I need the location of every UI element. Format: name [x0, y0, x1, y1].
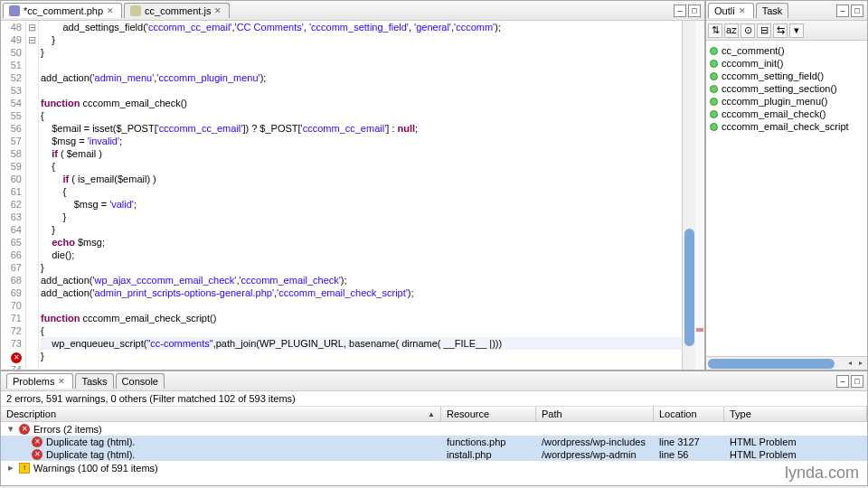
code-line[interactable] — [41, 299, 682, 312]
error-icon[interactable]: ✕ — [11, 352, 22, 363]
code-line[interactable]: } — [41, 223, 682, 236]
problem-row[interactable]: ✕Duplicate tag (html).functions.php/word… — [1, 436, 867, 448]
menu-icon[interactable]: ▾ — [789, 23, 804, 38]
column-resource[interactable]: Resource — [441, 407, 536, 421]
code-line[interactable]: $email = isset($_POST['cccomm_cc_email']… — [41, 122, 682, 135]
filter-icon[interactable]: ⊙ — [741, 23, 755, 38]
code-line[interactable]: if ( $email ) — [41, 147, 682, 160]
sort-az-icon[interactable]: aᴢ — [724, 23, 739, 38]
scroll-right-icon[interactable]: ▸ — [855, 359, 865, 369]
scroll-left-icon[interactable]: ◂ — [844, 359, 854, 369]
code-line[interactable]: function cccomm_email_check() — [41, 97, 682, 109]
code-line[interactable]: $msg = 'valid'; — [41, 198, 682, 211]
outline-item[interactable]: cccomm_setting_section() — [708, 82, 865, 95]
code-line[interactable]: { — [41, 324, 682, 337]
code-line[interactable]: add_settings_field('cccomm_cc_email','CC… — [41, 21, 682, 33]
overview-ruler[interactable] — [695, 21, 704, 370]
warnings-group-label[interactable]: Warnings (100 of 591 items) — [33, 463, 158, 474]
php-file-icon — [9, 5, 20, 16]
outline-item[interactable]: cccomm_email_check() — [708, 108, 865, 120]
problem-description: Duplicate tag (html). — [46, 436, 135, 447]
code-line[interactable]: } — [41, 33, 682, 46]
code-line[interactable] — [41, 59, 682, 71]
code-line[interactable]: echo $msg; — [41, 236, 682, 249]
close-icon[interactable]: ✕ — [58, 377, 67, 386]
code-line[interactable]: wp_enqueueu_script("cc-comments",path_jo… — [41, 337, 682, 350]
code-line[interactable]: if ( is_email($email) ) — [41, 173, 682, 185]
sort-icon[interactable]: ⇅ — [708, 23, 722, 38]
task-tab-label: Task — [762, 5, 783, 16]
vertical-scrollbar[interactable] — [682, 21, 695, 370]
bottom-tabs-bar: Problems✕TasksConsole – □ — [1, 371, 867, 391]
outline-item[interactable]: cccomm_init() — [708, 57, 865, 70]
code-line[interactable]: } — [41, 261, 682, 274]
collapse-icon[interactable]: ⊟ — [757, 23, 771, 38]
fold-toggle[interactable]: ⊟ — [26, 21, 38, 33]
warning-icon: ! — [19, 463, 30, 474]
minimize-button[interactable]: – — [674, 5, 686, 17]
editor-tab[interactable]: *cc_comment.php✕ — [3, 3, 122, 18]
code-line[interactable]: { — [41, 109, 682, 122]
scroll-thumb[interactable] — [684, 229, 694, 346]
code-line[interactable]: } — [41, 211, 682, 223]
code-line[interactable] — [41, 84, 682, 97]
function-icon — [710, 98, 718, 106]
code-line[interactable]: add_action('wp_ajax_cccomm_email_check',… — [41, 274, 682, 286]
tasks-tab[interactable]: Tasks — [75, 373, 113, 389]
close-icon[interactable]: ✕ — [214, 6, 223, 15]
error-marker[interactable] — [696, 328, 703, 332]
code-line[interactable]: add_action('admin_print_scripts-options-… — [41, 286, 682, 299]
task-tab[interactable]: Task — [756, 3, 789, 18]
minimize-button[interactable]: – — [836, 375, 849, 388]
code-line[interactable]: } — [41, 46, 682, 59]
filter-message: 2 errors, 591 warnings, 0 others (Filter… — [1, 391, 867, 407]
close-icon[interactable]: ✕ — [739, 6, 748, 15]
function-icon — [710, 110, 718, 118]
problems-body: ▾✕Errors (2 items)✕Duplicate tag (html).… — [1, 422, 867, 474]
problem-resource: functions.php — [441, 436, 536, 448]
code-editor[interactable]: add_settings_field('cccomm_cc_email','CC… — [39, 21, 682, 370]
outline-item[interactable]: cccomm_email_check_script — [708, 120, 865, 133]
fold-column[interactable]: ⊟⊟ — [26, 21, 39, 370]
column-path[interactable]: Path — [536, 407, 654, 421]
horizontal-scrollbar[interactable]: ◂ ▸ — [706, 356, 867, 370]
minimize-button[interactable]: – — [836, 5, 849, 17]
fold-toggle[interactable]: ⊟ — [26, 33, 38, 46]
code-line[interactable]: } — [41, 350, 682, 362]
code-line[interactable] — [41, 362, 682, 370]
function-icon — [710, 72, 718, 80]
outline-list: cc_comment()cccomm_init()cccomm_setting_… — [706, 41, 867, 356]
error-icon: ✕ — [32, 449, 42, 460]
code-line[interactable]: { — [41, 160, 682, 173]
problem-type: HTML Problem — [724, 436, 867, 448]
problem-location: line 56 — [654, 448, 724, 461]
outline-tab[interactable]: Outli ✕ — [708, 3, 754, 18]
code-line[interactable]: die(); — [41, 249, 682, 261]
link-icon[interactable]: ⇆ — [773, 23, 788, 38]
close-icon[interactable]: ✕ — [107, 6, 116, 15]
expand-icon[interactable]: ▸ — [6, 462, 15, 474]
column-location[interactable]: Location — [654, 407, 724, 421]
editor-tab[interactable]: cc_comment.js✕ — [124, 3, 230, 18]
console-tab[interactable]: Console — [116, 373, 165, 389]
editor-pane: *cc_comment.php✕cc_comment.js✕ – □ 48495… — [0, 0, 705, 371]
column-description[interactable]: Description▲ — [1, 407, 441, 421]
maximize-button[interactable]: □ — [688, 5, 701, 17]
problem-row[interactable]: ✕Duplicate tag (html).install.php/wordpr… — [1, 448, 867, 461]
maximize-button[interactable]: □ — [851, 5, 863, 17]
code-line[interactable]: $msg = 'invalid'; — [41, 135, 682, 147]
collapse-icon[interactable]: ▾ — [6, 423, 15, 435]
code-line[interactable]: { — [41, 185, 682, 198]
errors-group-label[interactable]: Errors (2 items) — [33, 424, 102, 435]
outline-item[interactable]: cccomm_setting_field() — [708, 70, 865, 82]
scroll-thumb[interactable] — [708, 359, 835, 369]
code-line[interactable]: add_action('admin_menu','cccomm_plugin_m… — [41, 71, 682, 84]
maximize-button[interactable]: □ — [851, 375, 863, 388]
outline-item[interactable]: cccomm_plugin_menu() — [708, 95, 865, 108]
problems-header: Description▲ Resource Path Location Type — [1, 407, 867, 422]
code-line[interactable]: function cccomm_email_check_script() — [41, 312, 682, 324]
tab-label: Tasks — [81, 376, 107, 387]
column-type[interactable]: Type — [724, 407, 867, 421]
outline-item[interactable]: cc_comment() — [708, 44, 865, 57]
problems-tab[interactable]: Problems✕ — [6, 373, 73, 389]
